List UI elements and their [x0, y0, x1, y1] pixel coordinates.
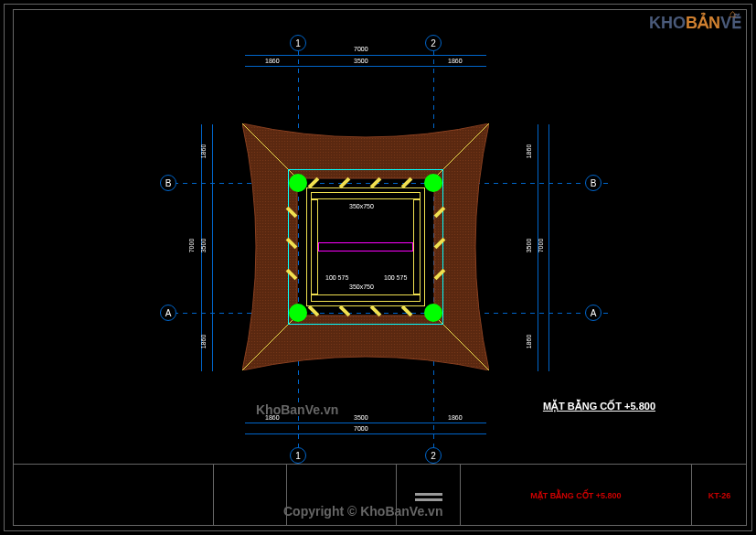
dim-right-total-text: 7000: [538, 239, 544, 253]
tb-col-legend: [397, 465, 461, 526]
grid-bubble-2-top: 2: [425, 35, 442, 51]
beam-mid-h: [318, 242, 413, 251]
dim-bseg2: 3500: [354, 414, 368, 421]
dim-lseg2: 3500: [200, 239, 207, 253]
beam-label2: 350x750: [349, 284, 374, 290]
tb-col-sheet-no: KT-26: [692, 465, 747, 526]
logo-ban: BẢN: [686, 14, 720, 32]
tb-col-revisions: [13, 465, 214, 526]
dim-lseg1: 1860: [200, 144, 207, 159]
dim-rseg3: 1860: [526, 335, 532, 349]
dim-top-total-text: 7000: [354, 46, 368, 52]
sheet-title-text: MẶT BẰNG CỐT +5.800: [530, 491, 621, 500]
grid-bubble-b-right: B: [585, 175, 602, 191]
span-label: 100 575: [325, 274, 348, 281]
tb-col-sheet-title: MẶT BẰNG CỐT +5.800: [461, 465, 692, 526]
grid-bubble-1-top: 1: [290, 35, 306, 51]
dim-seg1: 1860: [265, 58, 280, 64]
column-a1: [289, 304, 307, 322]
grid-bubble-a-left: A: [160, 305, 176, 321]
span-label2: 100 575: [384, 274, 407, 281]
dim-bot-total-text: 7000: [354, 425, 368, 432]
beam-bottom: [311, 294, 421, 302]
logo-roof-icon: ⌂: [729, 7, 736, 20]
beam-right: [413, 199, 421, 294]
dim-right-total: [548, 124, 549, 371]
dim-bot-total: [245, 433, 486, 434]
grid-bubble-b-left: B: [160, 175, 176, 191]
sheet-no-text: KT-26: [708, 491, 731, 500]
title-block: MẶT BẰNG CỐT +5.800 KT-26: [13, 464, 747, 526]
drawing-canvas: 1 2 1 2 B A B A: [128, 37, 603, 457]
grid-bubble-a-right: A: [585, 305, 602, 321]
hatch-legend-icon: [415, 490, 442, 501]
dim-bot-segs: [245, 423, 486, 423]
dim-seg3: 1860: [448, 58, 463, 64]
tb-col-project: [287, 465, 397, 526]
dim-rseg1: 1860: [526, 144, 532, 159]
column-b1: [289, 174, 307, 192]
grid-bubble-1-bottom: 1: [290, 447, 306, 464]
grid-bubble-2-bottom: 2: [425, 447, 442, 464]
dim-bseg3: 1860: [448, 414, 463, 421]
dim-rseg2: 3500: [526, 239, 532, 253]
dim-bseg1: 1860: [265, 414, 280, 421]
tb-col-owner: [214, 465, 287, 526]
dim-left-segs: [212, 124, 213, 371]
column-a2: [424, 304, 442, 322]
dim-top-total: [245, 55, 486, 56]
dim-left-total-text: 7000: [188, 239, 195, 253]
dim-seg2: 3500: [354, 58, 368, 64]
column-b2: [424, 174, 442, 192]
dim-top-segs: [245, 66, 486, 67]
drawing-title: MẶT BẰNG CỐT +5.800: [543, 401, 655, 412]
logo-kho: KHO: [649, 14, 686, 32]
beam-label: 350x750: [349, 203, 374, 209]
dim-lseg3: 1860: [200, 335, 207, 349]
beam-top: [311, 192, 421, 199]
beam-left: [311, 199, 318, 294]
logo: ⌂ KHOBẢNVẼ: [649, 13, 741, 33]
